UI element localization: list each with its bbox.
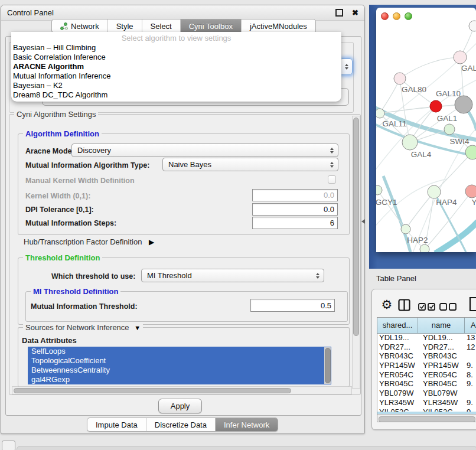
table-row[interactable]: YIL052CYIL052C9	[377, 407, 476, 412]
kernel-width-field[interactable]: 0.0	[252, 189, 338, 201]
tab-label: Style	[116, 22, 133, 31]
network-node-gal4[interactable]	[402, 135, 418, 150]
network-node-gcy1[interactable]	[376, 185, 382, 195]
table-row[interactable]: YPR145WYPR145W9.	[377, 361, 476, 370]
dropdown-option-mutual-information-inference[interactable]: Mutual Information Inference	[11, 71, 341, 81]
table-horizontal-scrollbar[interactable]	[377, 414, 476, 422]
aracne-mode-combo[interactable]: Discovery	[71, 144, 338, 157]
attributes-scroll-thumb[interactable]	[325, 348, 331, 383]
kernel-width-label: Kernel Width (0,1):	[25, 192, 90, 201]
attribute-item-topologicalcoefficient[interactable]: TopologicalCoefficient	[28, 356, 331, 366]
network-node-hap4[interactable]	[428, 185, 441, 198]
column-header-shared[interactable]: shared...	[377, 318, 418, 333]
network-node-hap2[interactable]	[401, 224, 410, 234]
network-node-gal80[interactable]	[394, 73, 406, 84]
tab-discretize-data[interactable]: Discretize Data	[146, 418, 215, 431]
data-attributes-list[interactable]: SelfLoopsTopologicalCoefficientBetweenne…	[28, 347, 331, 384]
float-panel-icon[interactable]	[335, 9, 343, 17]
tab-select[interactable]: Select	[142, 19, 180, 32]
network-window[interactable]: GALGAL80GAL10GAL11GAL1SWI4GAL4GCY1HAP4YH…	[376, 8, 476, 252]
network-node[interactable]	[455, 96, 472, 113]
zoom-window-icon[interactable]	[405, 12, 412, 20]
cell: YPR145W	[379, 361, 415, 370]
table-row[interactable]: YBR043CYBR043C	[377, 351, 476, 361]
combo-arrows-icon	[330, 162, 334, 168]
dropdown-option-dream8-dc-tdc-algorithm[interactable]: Dream8 DC_TDC Algorithm	[11, 90, 341, 100]
tab-impute-data[interactable]: Impute Data	[87, 418, 146, 431]
dropdown-option-bayesian-hill-climbing[interactable]: Bayesian – Hill Climbing	[11, 43, 341, 53]
cyni-settings-title: Cyni Algorithm Settings	[14, 110, 98, 119]
network-canvas[interactable]: GALGAL80GAL10GAL11GAL1SWI4GAL4GCY1HAP4YH…	[376, 8, 476, 252]
settings-vertical-scrollbar[interactable]	[352, 116, 360, 389]
tab-style[interactable]: Style	[107, 19, 142, 32]
table-row[interactable]: YDL19...YDL19...13	[377, 333, 476, 343]
node-label-swi4: SWI4	[449, 137, 469, 146]
mi-type-combo[interactable]: Naive Bayes	[162, 158, 338, 171]
dropdown-option-basic-correlation-inference[interactable]: Basic Correlation Inference	[11, 53, 341, 62]
cell: YBL079W	[379, 389, 414, 397]
network-node-y[interactable]	[465, 185, 476, 198]
which-threshold-combo[interactable]: MI Threshold	[141, 269, 324, 282]
cell: YIL052C	[379, 407, 409, 412]
aracne-mode-label: Aracne Mode:	[25, 147, 74, 156]
node-table: shared...nameA YDL19...YDL19...13YDR27..…	[377, 317, 476, 422]
dropdown-option-bayesian-k2[interactable]: Bayesian – K2	[11, 81, 341, 90]
splitter-collapse-arrow[interactable]	[359, 219, 365, 224]
mi-steps-field[interactable]: 6	[252, 217, 338, 229]
node-label-gal80: GAL80	[402, 85, 426, 94]
manual-kernel-checkbox[interactable]	[328, 175, 336, 184]
dpi-tolerance-field[interactable]: 0.0	[252, 203, 338, 216]
algorithm-combo-button[interactable]	[340, 58, 353, 75]
close-icon[interactable]: ✖	[352, 9, 358, 17]
table-body[interactable]: YDL19...YDL19...13YDR27...YDR27...12YBR0…	[377, 333, 476, 412]
column-header-name[interactable]: name	[418, 318, 465, 333]
dropdown-prompt: Select algorithm to view settings	[11, 33, 341, 43]
attribute-item-gal4rgexp[interactable]: gal4RGexp	[28, 375, 331, 384]
attribute-item-betweennesscentrality[interactable]: BetweennessCentrality	[28, 366, 331, 375]
network-node-gal11[interactable]	[376, 109, 384, 118]
mi-threshold-field[interactable]: 0.5	[250, 299, 335, 312]
network-node-gal10[interactable]	[430, 100, 442, 112]
table-row[interactable]: YDR27...YDR27...12	[377, 343, 476, 352]
bottom-scrollbar[interactable]	[17, 446, 476, 450]
table-row[interactable]: YER054CYER054C8.	[377, 370, 476, 380]
cell: YDL19...	[379, 333, 409, 342]
table-row[interactable]: YLR345WYLR345W9.	[377, 398, 476, 407]
tab-cyni-toolbox[interactable]: Cyni Toolbox	[180, 19, 241, 32]
new-table-icon[interactable]	[469, 296, 476, 312]
network-node[interactable]	[469, 21, 476, 31]
unselect-all-columns-icon[interactable]	[439, 303, 457, 311]
main-tab-bar: NetworkStyleSelectCyni ToolboxjActiveMNo…	[51, 19, 316, 33]
table-hscroll-thumb[interactable]	[379, 416, 475, 422]
sources-title-row[interactable]: Sources for Network Inference ▼	[23, 323, 143, 332]
close-window-icon[interactable]	[381, 12, 389, 20]
kernel-width-value: 0.0	[324, 191, 334, 200]
network-node-gal[interactable]	[454, 51, 467, 64]
table-row[interactable]: YBL079WYBL079W	[377, 389, 476, 398]
network-node-swi4[interactable]	[465, 145, 476, 159]
dropdown-option-aracne-algorithm[interactable]: ARACNE Algorithm	[11, 62, 341, 71]
node-label-gal1: GAL1	[437, 114, 458, 123]
split-columns-icon[interactable]	[398, 299, 410, 311]
select-all-columns-icon[interactable]	[418, 303, 435, 311]
settings-vscroll-thumb[interactable]	[353, 118, 359, 336]
tab-jactivemnodules[interactable]: jActiveMNodules	[241, 19, 315, 32]
tab-infer-network[interactable]: Infer Network	[215, 418, 278, 431]
cell: 12	[467, 343, 475, 351]
hub-definition-disclosure[interactable]: Hub/Transcription Factor Definition ▶	[24, 237, 154, 247]
minimize-window-icon[interactable]	[393, 12, 400, 20]
settings-horizontal-scrollbar[interactable]	[12, 386, 352, 394]
column-header-a[interactable]: A	[465, 318, 476, 333]
settings-hscroll-thumb[interactable]	[14, 388, 291, 393]
network-node[interactable]	[420, 244, 429, 252]
gear-icon[interactable]: ⚙	[380, 298, 393, 312]
attributes-scrollbar[interactable]	[324, 347, 331, 384]
apply-button[interactable]: Apply	[158, 399, 202, 413]
tab-network[interactable]: Network	[52, 19, 107, 32]
corner-button[interactable]	[2, 441, 15, 450]
table-row[interactable]: YBR045CYBR045C9.	[377, 379, 476, 389]
node-label-hap4: HAP4	[436, 198, 457, 207]
network-node-gal1[interactable]	[444, 124, 455, 135]
attribute-item-selfloops[interactable]: SelfLoops	[28, 347, 331, 356]
dpi-tolerance-label: DPI Tolerance [0,1]:	[25, 206, 94, 214]
